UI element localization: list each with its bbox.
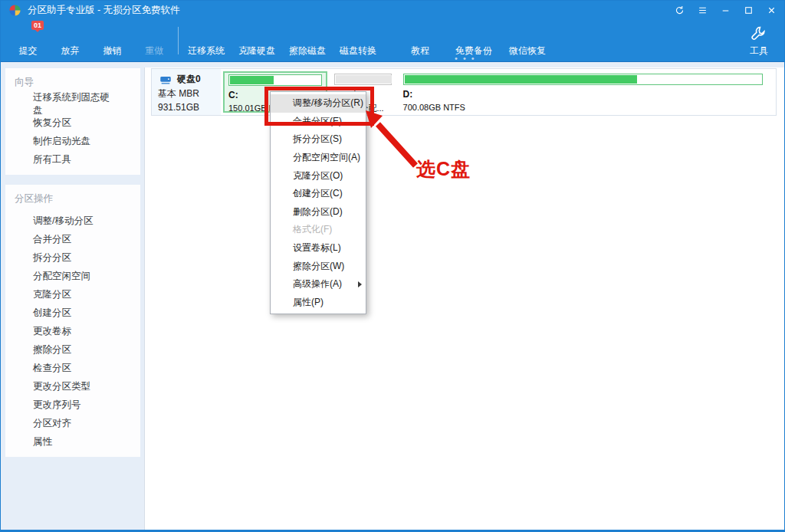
sidebar-item-label: 擦除分区 [33,343,71,356]
submenu-arrow-icon [358,281,362,287]
context-menu-item[interactable]: 分配空闲空间(A) [271,149,366,167]
context-menu-item[interactable]: 合并分区(E) [271,113,366,131]
sidebar-item[interactable]: 克隆分区 [5,285,140,304]
toolbar-button-label: 擦除磁盘 [289,44,326,57]
disk-scheme: 基本 MBR [158,87,219,100]
tools-button[interactable]: 工具 [740,20,778,61]
sync-icon[interactable] [675,5,685,15]
sidebar-item-label: 属性 [33,435,52,448]
sidebar-item[interactable]: 所有工具 [5,150,140,169]
window-title: 分区助手专业版 - 无损分区免费软件 [28,4,180,17]
toolbar-button-label: 迁移系统 [188,44,225,57]
sidebar-item[interactable]: 更改分区类型 [5,377,140,396]
sidebar-item[interactable]: 拆分分区 [5,248,140,267]
toolbar-button[interactable]: 撤销 [91,20,133,61]
minimize-icon[interactable] [721,5,731,15]
partition-usage-fill [405,75,638,84]
partition-usage-fill [336,75,391,84]
sidebar-section-wizard: 向导 迁移系统到固态硬盘 恢复分区 [5,68,140,175]
context-menu-item[interactable]: 克隆分区(O) [271,166,366,185]
disk-info[interactable]: 硬盘0 基本 MBR 931.51GB [152,69,221,115]
context-menu-item-label: 合并分区(E) [293,115,342,128]
toolbar-button[interactable]: 重做 [133,20,176,61]
sidebar-item[interactable]: 分配空闲空间 [5,267,140,285]
toolbar-button[interactable]: 01 提交 [7,20,49,61]
sidebar-section-partition-ops: 分区操作 调整/移动分区 合并分区 [5,185,140,457]
context-menu-item-label: 删除分区(D) [293,205,343,218]
menu-icon[interactable] [698,5,708,15]
toolbar-button[interactable]: 擦除磁盘 [282,20,333,61]
app-logo-icon [8,4,21,17]
toolbar-button-label: 撤销 [103,44,122,57]
hard-disk-icon [158,73,173,86]
sidebar-item[interactable]: 迁移系统到固态硬盘 [5,95,140,113]
context-menu-item[interactable]: 拆分分区(S) [271,130,366,149]
toolbar-button[interactable]: 迁移系统 [181,20,232,61]
sidebar-item[interactable]: 检查分区 [5,359,140,377]
toolbar-button[interactable]: 教程 [393,20,447,61]
pending-count-badge: 01 [31,21,44,30]
partition-usage-bar [403,74,763,85]
sidebar-item-label: 迁移系统到固态硬盘 [33,91,117,117]
toolbar-button-label: 放弃 [61,44,80,57]
content-area: 向导 迁移系统到固态硬盘 恢复分区 [1,62,784,530]
toolbar-button[interactable]: 微信恢复 [501,20,554,61]
context-menu-item-label: 高级操作(A) [293,277,342,291]
context-menu-item[interactable]: 调整/移动分区(R) [271,94,366,113]
disk-size: 931.51GB [158,102,219,113]
sidebar-item[interactable]: 创建分区 [5,304,140,322]
sidebar-item[interactable]: 分区对齐 [5,414,140,432]
context-menu-item-label: 设置卷标(L) [293,241,341,255]
partition-name: D: [403,89,763,100]
partition-block[interactable]: D: 700.08GB NTFS [399,71,767,113]
wrench-icon [750,25,768,43]
context-menu-item[interactable]: 高级操作(A) [271,275,366,294]
toolbar-button[interactable]: 克隆硬盘 [232,20,282,61]
sidebar-item[interactable]: 更改卷标 [5,322,140,340]
toolbar-grip[interactable]: • • • [455,54,476,63]
close-icon[interactable] [767,5,777,15]
sidebar-item-label: 调整/移动分区 [33,215,93,228]
context-menu-item[interactable]: 擦除分区(W) [271,257,366,275]
context-menu-item[interactable]: 删除分区(D) [271,203,366,222]
context-menu: 调整/移动分区(R) 合并分区(E) 拆分分区(S) [270,91,366,314]
sidebar-item[interactable]: 更改序列号 [5,396,140,414]
toolbar-button[interactable]: 放弃 [49,20,91,61]
sidebar-item-label: 创建分区 [33,307,71,320]
toolbar-button-label: 克隆硬盘 [238,44,275,57]
partition-usage-bar [228,74,322,86]
sidebar-item-label: 更改卷标 [33,325,71,338]
sidebar-item[interactable]: 制作启动光盘 [5,132,140,150]
context-menu-item[interactable]: 属性(P) [271,294,366,312]
partition-usage-bar [334,74,391,85]
sidebar-item-label: 更改序列号 [33,399,81,412]
tools-button-label: 工具 [750,44,768,57]
context-menu-item-label: 擦除分区(W) [293,260,344,273]
context-menu-item-label: 格式化(F) [293,223,332,236]
toolbar-button-label: 重做 [146,44,164,57]
sidebar-item-label: 分区对齐 [33,417,71,430]
partition-size: 700.08GB NTFS [403,103,763,112]
context-menu-item-label: 创建分区(C) [293,187,343,200]
toolbar-button[interactable]: 磁盘转换 [333,20,383,61]
context-menu-item-label: 分配空闲空间(A) [293,151,360,164]
sidebar-item[interactable]: 擦除分区 [5,340,140,359]
app-window: 分区助手专业版 - 无损分区免费软件 01 提交 放弃 [0,0,785,532]
sidebar-item-label: 制作启动光盘 [33,135,90,148]
toolbar: 01 提交 放弃 撤销 [1,20,784,62]
sidebar-item-label: 检查分区 [33,362,71,375]
disk-name: 硬盘0 [177,73,201,86]
sidebar-item[interactable]: 合并分区 [5,230,140,248]
sidebar-item[interactable]: 调整/移动分区 [5,212,140,230]
sidebar-item[interactable]: 属性 [5,432,140,451]
context-menu-item-label: 克隆分区(O) [293,169,343,182]
context-menu-item[interactable]: 创建分区(C) [271,185,366,203]
maximize-icon[interactable] [744,5,754,15]
context-menu-item[interactable]: 设置卷标(L) [271,239,366,258]
context-menu-item[interactable]: 格式化(F) [271,221,366,239]
sidebar-item-label: 恢复分区 [33,117,71,130]
sidebar-item-label: 克隆分区 [33,288,71,301]
window-controls [675,5,777,15]
annotation-label: 选C盘 [416,156,471,182]
sidebar-item-label: 合并分区 [33,233,71,246]
